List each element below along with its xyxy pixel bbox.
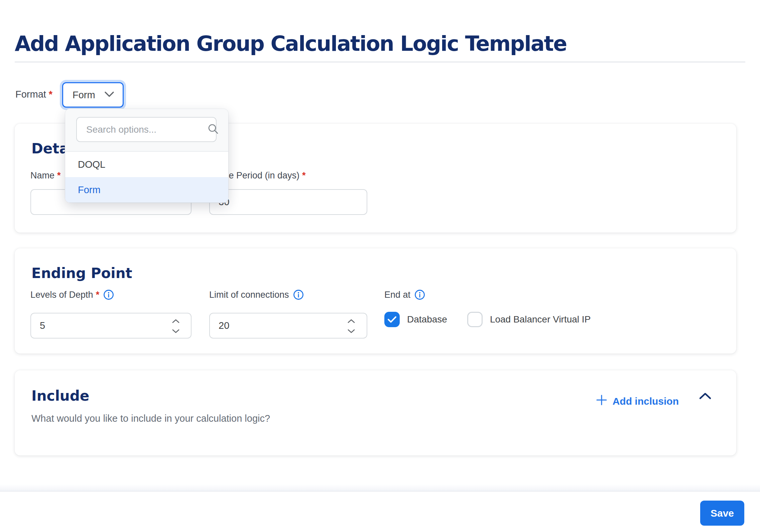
info-icon[interactable] bbox=[414, 289, 425, 300]
checkbox-box[interactable] bbox=[467, 312, 483, 327]
dropdown-option-form[interactable]: Form bbox=[65, 177, 228, 203]
stepper-up-icon[interactable] bbox=[172, 319, 180, 323]
footer-divider bbox=[0, 491, 760, 492]
search-icon bbox=[208, 123, 219, 136]
add-inclusion-label: Add inclusion bbox=[613, 396, 679, 407]
dropdown-search-box[interactable] bbox=[76, 117, 217, 142]
required-asterisk: * bbox=[302, 170, 306, 181]
dropdown-options: DOQL Form bbox=[65, 152, 228, 203]
stepper-down-icon[interactable] bbox=[172, 329, 180, 334]
check-icon bbox=[387, 316, 397, 323]
limit-of-connections-input[interactable] bbox=[209, 313, 367, 339]
levels-of-depth-label: Levels of Depth* bbox=[30, 289, 114, 300]
ending-point-card: Ending Point Levels of Depth* Limit of c… bbox=[15, 248, 736, 354]
checkbox-load-balancer-virtual-ip[interactable]: Load Balancer Virtual IP bbox=[467, 312, 591, 327]
levels-of-depth-input[interactable] bbox=[30, 313, 192, 339]
end-at-label: End at bbox=[384, 289, 425, 300]
checkbox-box[interactable] bbox=[384, 312, 400, 327]
chevron-down-icon bbox=[104, 91, 115, 99]
name-label: Name* bbox=[30, 170, 61, 181]
levels-of-depth-stepper bbox=[172, 319, 180, 334]
chevron-up-icon[interactable] bbox=[699, 392, 712, 401]
required-asterisk: * bbox=[57, 170, 61, 181]
info-icon[interactable] bbox=[293, 289, 304, 300]
plus-icon bbox=[596, 394, 607, 408]
footer-shadow bbox=[0, 484, 760, 491]
format-select-value: Form bbox=[73, 90, 95, 101]
checkbox-label: Database bbox=[407, 314, 447, 325]
info-icon[interactable] bbox=[103, 289, 114, 300]
title-divider bbox=[15, 61, 745, 62]
checkbox-database[interactable]: Database bbox=[384, 312, 447, 327]
format-label: Format* bbox=[15, 89, 52, 100]
add-inclusion-button[interactable]: Add inclusion bbox=[596, 394, 679, 408]
ending-point-heading: Ending Point bbox=[31, 265, 132, 281]
stepper-down-icon[interactable] bbox=[347, 329, 355, 334]
stepper-up-icon[interactable] bbox=[347, 319, 355, 323]
required-asterisk: * bbox=[49, 89, 52, 100]
save-button[interactable]: Save bbox=[700, 501, 744, 526]
include-heading: Include bbox=[31, 388, 89, 404]
limit-of-connections-stepper bbox=[347, 319, 355, 334]
include-card: Include What would you like to include i… bbox=[15, 370, 736, 455]
required-asterisk: * bbox=[96, 290, 100, 300]
dropdown-search-input[interactable] bbox=[86, 124, 208, 135]
page-title: Add Application Group Calculation Logic … bbox=[15, 31, 566, 56]
limit-of-connections-label: Limit of connections bbox=[209, 289, 304, 300]
dropdown-option-doql[interactable]: DOQL bbox=[65, 152, 228, 177]
format-select[interactable]: Form bbox=[62, 82, 124, 108]
format-dropdown-panel: DOQL Form bbox=[65, 109, 228, 203]
checkbox-label: Load Balancer Virtual IP bbox=[490, 314, 591, 325]
grace-period-input[interactable] bbox=[209, 189, 367, 215]
end-at-options: Database Load Balancer Virtual IP bbox=[384, 312, 591, 327]
add-application-group-calculation-logic-template-page: Add Application Group Calculation Logic … bbox=[0, 0, 760, 532]
include-description: What would you like to include in your c… bbox=[31, 413, 270, 424]
